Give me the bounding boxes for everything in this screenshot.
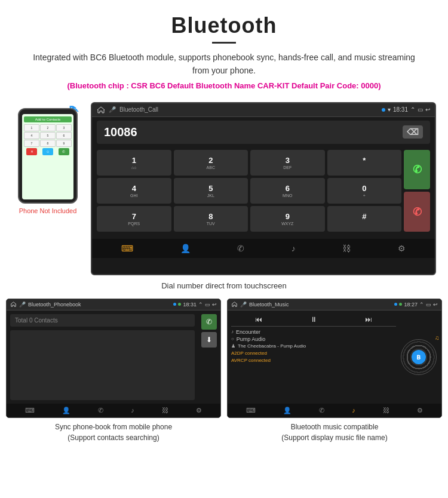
phonebook-call-btn[interactable]: ✆ (201, 314, 217, 330)
avrcp-status: AVRCP connected (231, 358, 396, 363)
track-2-name: Pump Audio (237, 336, 266, 342)
music-app-name: Bluetooth_Music (249, 302, 289, 308)
music-screen-wrap: 🎤 Bluetooth_Music 18:27 ⌃ ▭ ↩ ⏮ ⏸ (227, 299, 442, 443)
phonebook-home-icon (10, 302, 17, 307)
dial-bottom-nav: ⌨ 👤 ✆ ♪ ⛓ ⚙ (92, 239, 435, 258)
dial-backspace-btn[interactable]: ⌫ (403, 125, 423, 139)
dial-header-right: ▾ 18:31 ⌃ ▭ ↩ (382, 106, 430, 113)
music-nav-link[interactable]: ⛓ (383, 407, 389, 414)
music-nav-music[interactable]: ♪ (352, 407, 355, 414)
dial-window-icon: ▭ (418, 106, 423, 113)
phone-contact-btn[interactable]: ☺ (42, 148, 53, 155)
phonebook-nav-recent[interactable]: ✆ (98, 407, 103, 414)
music-bt-dot (394, 303, 397, 306)
a2dp-status: A2DP connected (231, 351, 396, 356)
music-home-icon (231, 302, 238, 307)
music-wifi-dot (399, 303, 402, 306)
key-4[interactable]: 4GHI (97, 178, 171, 204)
music-car-screen: 🎤 Bluetooth_Music 18:27 ⌃ ▭ ↩ ⏮ ⏸ (227, 299, 442, 418)
phone-key-6[interactable]: 6 (56, 132, 72, 139)
phonebook-window-icon: ▭ (205, 302, 210, 308)
phonebook-nav-settings[interactable]: ⚙ (196, 407, 202, 414)
phone-key-8[interactable]: 8 (40, 140, 56, 147)
play-pause-btn[interactable]: ⏸ (310, 315, 317, 324)
phone-bottom-row: ✕ ☺ ✆ (24, 148, 72, 155)
phone-end-btn[interactable]: ✕ (26, 148, 37, 155)
dial-screen-header: 🎤 Bluetooth_Call ▾ 18:31 ⌃ ▭ ↩ (92, 103, 435, 117)
nav-settings-icon[interactable]: ⚙ (398, 244, 406, 253)
track-1: ♪ Encounter (231, 329, 396, 335)
call-button[interactable]: ✆ (404, 150, 430, 190)
phone-key-1[interactable]: 1 (24, 124, 39, 131)
phonebook-nav-music[interactable]: ♪ (131, 407, 134, 414)
music-nav-settings[interactable]: ⚙ (417, 407, 423, 414)
phonebook-caption-line2: (Support contacts searching) (67, 434, 159, 442)
phonebook-list-area: Total 0 Contacts (10, 314, 195, 400)
dial-caption: Dial number direct from touchscreen (0, 281, 448, 290)
phonebook-main-area: Total 0 Contacts ✆ ⬇ (10, 314, 217, 400)
phone-key-2[interactable]: 2 (40, 124, 56, 131)
vinyl-bt-center: ʙ (412, 350, 426, 364)
phone-key-5[interactable]: 5 (40, 132, 56, 139)
key-3[interactable]: 3DEF (250, 150, 325, 176)
track-1-name: Encounter (236, 329, 260, 335)
phone-mockup: ʙ Add to Contacts 1 2 3 4 (12, 102, 84, 214)
home-icon (97, 106, 105, 113)
phone-screen-bar: Add to Contacts (24, 116, 72, 122)
phone-key-3[interactable]: 3 (56, 124, 72, 131)
dial-car-screen: 🎤 Bluetooth_Call ▾ 18:31 ⌃ ▭ ↩ 10086 ⌫ 1… (91, 102, 436, 275)
phone-key-7[interactable]: 7 (24, 140, 39, 147)
svg-marker-2 (232, 302, 237, 307)
phonebook-screen-wrap: 🎤 Bluetooth_Phonebook 18:31 ⌃ ▭ ↩ Total (6, 299, 221, 443)
dial-back-icon: ↩ (425, 106, 430, 113)
phonebook-mic-icon: 🎤 (19, 302, 26, 308)
phonebook-content: Total 0 Contacts ✆ ⬇ (7, 311, 220, 404)
key-2[interactable]: 2ABC (174, 150, 248, 176)
key-9[interactable]: 9WXYZ (250, 206, 325, 232)
dial-display: 10086 ⌫ (97, 121, 430, 144)
music-right: ʙ ♫ (399, 313, 438, 401)
key-hash[interactable]: # (327, 206, 402, 232)
key-0[interactable]: 0+ (327, 178, 402, 204)
prev-track-btn[interactable]: ⏮ (255, 315, 262, 324)
music-nav-contacts[interactable]: 👤 (283, 407, 291, 414)
page-header: Bluetooth Integrated with BC6 Bluetooth … (0, 0, 448, 102)
phone-with-signal: ʙ Add to Contacts 1 2 3 4 (18, 108, 78, 204)
music-back-icon: ↩ (433, 302, 438, 308)
music-nav-recent[interactable]: ✆ (319, 407, 324, 414)
phonebook-nav-link[interactable]: ⛓ (162, 407, 168, 414)
key-6[interactable]: 6MNO (250, 178, 325, 204)
music-controls: ⏮ ⏸ ⏭ (231, 313, 396, 327)
music-bottom-nav: ⌨ 👤 ✆ ♪ ⛓ ⚙ (228, 404, 441, 417)
key-star[interactable]: * (327, 150, 402, 176)
bottom-screens: 🎤 Bluetooth_Phonebook 18:31 ⌃ ▭ ↩ Total (0, 299, 448, 443)
nav-contacts-icon[interactable]: 👤 (180, 244, 191, 253)
nav-dialpad-icon[interactable]: ⌨ (121, 244, 133, 253)
next-track-btn[interactable]: ⏭ (365, 315, 372, 324)
key-1[interactable]: 1⌂⌂ (97, 150, 171, 176)
music-caption-line1: Bluetooth music compatible (291, 423, 379, 431)
music-content: ⏮ ⏸ ⏭ ♪ Encounter ○ Pump Audio ♟ The C (228, 311, 441, 404)
phonebook-wifi-dot (178, 303, 181, 306)
page-title: Bluetooth (24, 13, 424, 38)
vinyl-disc: ʙ (401, 339, 437, 375)
phone-key-4[interactable]: 4 (24, 132, 39, 139)
nav-recent-icon[interactable]: ✆ (237, 244, 244, 253)
nav-link-icon[interactable]: ⛓ (342, 244, 351, 253)
contacts-search[interactable]: Total 0 Contacts (10, 314, 195, 327)
status-dot-bt (382, 108, 385, 112)
phone-key-9[interactable]: 9 (56, 140, 72, 147)
key-8[interactable]: 8TUV (174, 206, 248, 232)
hangup-button[interactable]: ✆ (404, 192, 430, 232)
phonebook-nav-contacts[interactable]: 👤 (62, 407, 70, 414)
phonebook-nav-dialpad[interactable]: ⌨ (25, 407, 35, 414)
phone-call-btn[interactable]: ✆ (59, 148, 69, 155)
music-nav-dialpad[interactable]: ⌨ (246, 407, 256, 414)
contacts-list (10, 330, 195, 400)
key-7[interactable]: 7PQRS (97, 206, 171, 232)
key-5[interactable]: 5JKL (174, 178, 248, 204)
svg-marker-0 (97, 107, 105, 113)
nav-music-icon[interactable]: ♪ (291, 244, 296, 253)
phonebook-download-btn[interactable]: ⬇ (201, 332, 217, 348)
dial-wifi-icon: ▾ (388, 106, 391, 113)
